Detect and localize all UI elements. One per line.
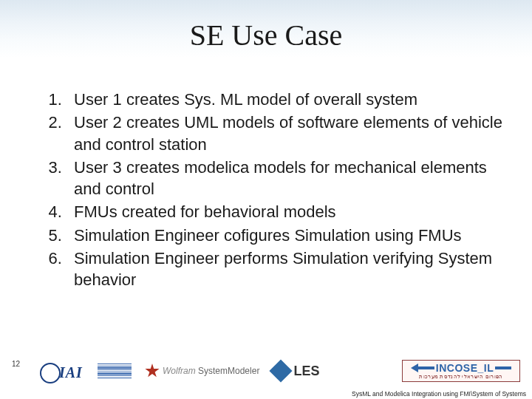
incose-il-logo: INCOSE_IL הפורום הישראלי להנדסת מערכות (402, 360, 520, 382)
body-content: User 1 creates Sys. ML model of overall … (40, 89, 510, 292)
wolfram-prefix: Wolfram (163, 366, 196, 376)
globe-icon (40, 363, 61, 383)
list-item: Simulation Engineer performs Simulation … (66, 248, 510, 291)
wolfram-spikey-icon (145, 364, 160, 378)
footer-text: SysML and Modelica Integration using FMI… (352, 390, 526, 398)
slide-title: SE Use Case (0, 18, 532, 52)
arrow-bar-icon (495, 366, 511, 369)
incose-logo-text: INCOSE_IL (436, 362, 494, 374)
list-item: User 2 creates UML models of software el… (66, 112, 510, 155)
wolfram-systemmodeler-logo: Wolfram SystemModeler (145, 360, 259, 382)
logo-strip: IAI Wolfram SystemModeler LES INCOSE_IL (40, 356, 520, 386)
list-item: FMUs created for behavioral models (66, 201, 510, 222)
list-item: Simulation Engineer cofigures Simulation… (66, 225, 510, 246)
list-item: User 3 creates modelica models for mecha… (66, 157, 510, 200)
les-logo: LES (273, 360, 319, 382)
arrow-bar-icon (418, 366, 434, 369)
use-case-list: User 1 creates Sys. ML model of overall … (40, 89, 510, 290)
wolfram-product-name: SystemModeler (198, 366, 259, 376)
iai-logo: IAI (40, 360, 84, 382)
iai-logo-text: IAI (59, 364, 83, 381)
page-number: 12 (12, 360, 20, 368)
les-logo-text: LES (293, 364, 319, 379)
slide: SE Use Case User 1 creates Sys. ML model… (0, 0, 532, 399)
incose-subtitle: הפורום הישראלי להנדסת מערכות (406, 374, 516, 381)
arrow-left-icon (411, 364, 418, 372)
les-mark-icon (270, 359, 293, 382)
ibm-logo (98, 364, 132, 378)
list-item: User 1 creates Sys. ML model of overall … (66, 89, 510, 110)
